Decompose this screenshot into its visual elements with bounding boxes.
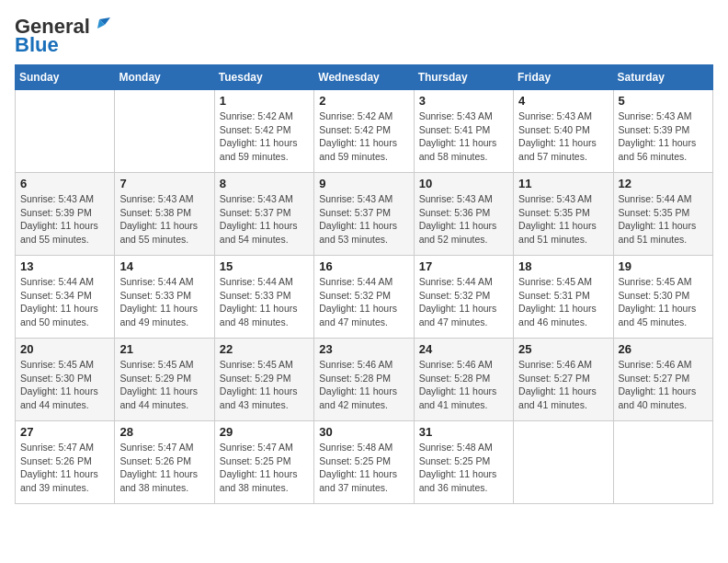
calendar-cell: 13Sunrise: 5:44 AMSunset: 5:34 PMDayligh… (16, 256, 115, 339)
calendar-cell: 6Sunrise: 5:43 AMSunset: 5:39 PMDaylight… (16, 173, 115, 256)
day-number: 4 (518, 94, 608, 108)
day-number: 23 (319, 342, 408, 356)
day-info: Sunrise: 5:46 AMSunset: 5:28 PMDaylight:… (419, 358, 508, 412)
calendar-cell: 28Sunrise: 5:47 AMSunset: 5:26 PMDayligh… (115, 421, 214, 504)
calendar-cell: 30Sunrise: 5:48 AMSunset: 5:25 PMDayligh… (314, 421, 414, 504)
calendar-cell: 1Sunrise: 5:42 AMSunset: 5:42 PMDaylight… (214, 90, 313, 173)
day-info: Sunrise: 5:47 AMSunset: 5:25 PMDaylight:… (220, 441, 309, 495)
day-info: Sunrise: 5:46 AMSunset: 5:28 PMDaylight:… (319, 358, 408, 412)
calendar-cell: 21Sunrise: 5:45 AMSunset: 5:29 PMDayligh… (115, 339, 214, 421)
calendar-cell: 3Sunrise: 5:43 AMSunset: 5:41 PMDaylight… (414, 90, 513, 173)
page-header: General Blue (15, 15, 713, 57)
day-number: 15 (220, 259, 309, 273)
calendar-cell: 9Sunrise: 5:43 AMSunset: 5:37 PMDaylight… (314, 173, 414, 256)
calendar-cell: 5Sunrise: 5:43 AMSunset: 5:39 PMDaylight… (613, 90, 712, 173)
weekday-header-row: SundayMondayTuesdayWednesdayThursdayFrid… (16, 65, 713, 90)
day-number: 18 (518, 259, 608, 273)
calendar-cell: 23Sunrise: 5:46 AMSunset: 5:28 PMDayligh… (314, 339, 414, 421)
day-number: 1 (220, 94, 309, 108)
calendar-cell (16, 90, 115, 173)
day-info: Sunrise: 5:43 AMSunset: 5:40 PMDaylight:… (518, 109, 608, 164)
day-info: Sunrise: 5:44 AMSunset: 5:34 PMDaylight:… (20, 275, 109, 329)
day-info: Sunrise: 5:45 AMSunset: 5:29 PMDaylight:… (119, 358, 209, 412)
calendar-cell (115, 90, 214, 173)
day-number: 7 (119, 177, 209, 190)
day-info: Sunrise: 5:43 AMSunset: 5:36 PMDaylight:… (419, 192, 508, 247)
weekday-header-wednesday: Wednesday (314, 65, 414, 90)
day-number: 26 (619, 342, 708, 356)
day-number: 21 (119, 342, 209, 356)
weekday-header-saturday: Saturday (613, 65, 712, 90)
day-number: 11 (518, 177, 608, 190)
calendar-cell: 31Sunrise: 5:48 AMSunset: 5:25 PMDayligh… (414, 421, 513, 504)
day-number: 17 (419, 259, 508, 273)
day-info: Sunrise: 5:45 AMSunset: 5:30 PMDaylight:… (619, 275, 708, 329)
calendar-cell (514, 421, 613, 504)
day-info: Sunrise: 5:46 AMSunset: 5:27 PMDaylight:… (619, 358, 708, 412)
weekday-header-monday: Monday (115, 65, 214, 90)
day-info: Sunrise: 5:43 AMSunset: 5:35 PMDaylight:… (518, 192, 608, 247)
day-info: Sunrise: 5:44 AMSunset: 5:33 PMDaylight:… (220, 275, 309, 329)
calendar-cell: 7Sunrise: 5:43 AMSunset: 5:38 PMDaylight… (115, 173, 214, 256)
day-number: 22 (220, 342, 309, 356)
calendar-week-row: 13Sunrise: 5:44 AMSunset: 5:34 PMDayligh… (16, 256, 713, 339)
calendar-table: SundayMondayTuesdayWednesdayThursdayFrid… (15, 64, 713, 504)
calendar-cell: 11Sunrise: 5:43 AMSunset: 5:35 PMDayligh… (514, 173, 613, 256)
day-number: 24 (419, 342, 508, 356)
day-number: 27 (20, 425, 109, 439)
calendar-week-row: 20Sunrise: 5:45 AMSunset: 5:30 PMDayligh… (16, 339, 713, 421)
day-info: Sunrise: 5:44 AMSunset: 5:32 PMDaylight:… (319, 275, 408, 329)
calendar-cell: 22Sunrise: 5:45 AMSunset: 5:29 PMDayligh… (214, 339, 313, 421)
calendar-cell: 15Sunrise: 5:44 AMSunset: 5:33 PMDayligh… (214, 256, 313, 339)
day-number: 31 (419, 425, 508, 439)
calendar-cell: 14Sunrise: 5:44 AMSunset: 5:33 PMDayligh… (115, 256, 214, 339)
day-info: Sunrise: 5:43 AMSunset: 5:37 PMDaylight:… (220, 192, 309, 247)
day-info: Sunrise: 5:45 AMSunset: 5:31 PMDaylight:… (518, 275, 608, 329)
day-info: Sunrise: 5:48 AMSunset: 5:25 PMDaylight:… (419, 441, 508, 495)
day-number: 16 (319, 259, 408, 273)
day-number: 30 (319, 425, 408, 439)
calendar-cell: 27Sunrise: 5:47 AMSunset: 5:26 PMDayligh… (16, 421, 115, 504)
day-number: 2 (319, 94, 408, 108)
calendar-cell: 25Sunrise: 5:46 AMSunset: 5:27 PMDayligh… (514, 339, 613, 421)
day-info: Sunrise: 5:47 AMSunset: 5:26 PMDaylight:… (20, 441, 109, 495)
calendar-cell: 18Sunrise: 5:45 AMSunset: 5:31 PMDayligh… (514, 256, 613, 339)
day-number: 25 (518, 342, 608, 356)
day-number: 28 (119, 425, 209, 439)
calendar-cell (613, 421, 712, 504)
day-info: Sunrise: 5:44 AMSunset: 5:35 PMDaylight:… (619, 192, 708, 247)
day-number: 10 (419, 177, 508, 190)
calendar-week-row: 27Sunrise: 5:47 AMSunset: 5:26 PMDayligh… (16, 421, 713, 504)
calendar-week-row: 6Sunrise: 5:43 AMSunset: 5:39 PMDaylight… (16, 173, 713, 256)
day-number: 29 (220, 425, 309, 439)
day-info: Sunrise: 5:42 AMSunset: 5:42 PMDaylight:… (220, 109, 309, 164)
day-number: 12 (619, 177, 708, 190)
calendar-cell: 8Sunrise: 5:43 AMSunset: 5:37 PMDaylight… (214, 173, 313, 256)
day-number: 13 (20, 259, 109, 273)
logo: General Blue (15, 15, 110, 57)
calendar-cell: 10Sunrise: 5:43 AMSunset: 5:36 PMDayligh… (414, 173, 513, 256)
calendar-cell: 24Sunrise: 5:46 AMSunset: 5:28 PMDayligh… (414, 339, 513, 421)
day-info: Sunrise: 5:43 AMSunset: 5:41 PMDaylight:… (419, 109, 508, 164)
day-info: Sunrise: 5:44 AMSunset: 5:32 PMDaylight:… (419, 275, 508, 329)
day-info: Sunrise: 5:46 AMSunset: 5:27 PMDaylight:… (518, 358, 608, 412)
day-info: Sunrise: 5:48 AMSunset: 5:25 PMDaylight:… (319, 441, 408, 495)
calendar-cell: 20Sunrise: 5:45 AMSunset: 5:30 PMDayligh… (16, 339, 115, 421)
day-number: 9 (319, 177, 408, 190)
day-info: Sunrise: 5:44 AMSunset: 5:33 PMDaylight:… (119, 275, 209, 329)
calendar-cell: 16Sunrise: 5:44 AMSunset: 5:32 PMDayligh… (314, 256, 414, 339)
day-info: Sunrise: 5:45 AMSunset: 5:29 PMDaylight:… (220, 358, 309, 412)
day-info: Sunrise: 5:43 AMSunset: 5:39 PMDaylight:… (20, 192, 109, 247)
day-info: Sunrise: 5:47 AMSunset: 5:26 PMDaylight:… (119, 441, 209, 495)
day-info: Sunrise: 5:42 AMSunset: 5:42 PMDaylight:… (319, 109, 408, 164)
day-info: Sunrise: 5:43 AMSunset: 5:39 PMDaylight:… (619, 109, 708, 164)
weekday-header-tuesday: Tuesday (214, 65, 313, 90)
calendar-cell: 2Sunrise: 5:42 AMSunset: 5:42 PMDaylight… (314, 90, 414, 173)
calendar-cell: 26Sunrise: 5:46 AMSunset: 5:27 PMDayligh… (613, 339, 712, 421)
logo-bird-icon (92, 16, 110, 34)
day-info: Sunrise: 5:43 AMSunset: 5:37 PMDaylight:… (319, 192, 408, 247)
day-number: 8 (220, 177, 309, 190)
calendar-cell: 12Sunrise: 5:44 AMSunset: 5:35 PMDayligh… (613, 173, 712, 256)
calendar-cell: 29Sunrise: 5:47 AMSunset: 5:25 PMDayligh… (214, 421, 313, 504)
weekday-header-sunday: Sunday (16, 65, 115, 90)
